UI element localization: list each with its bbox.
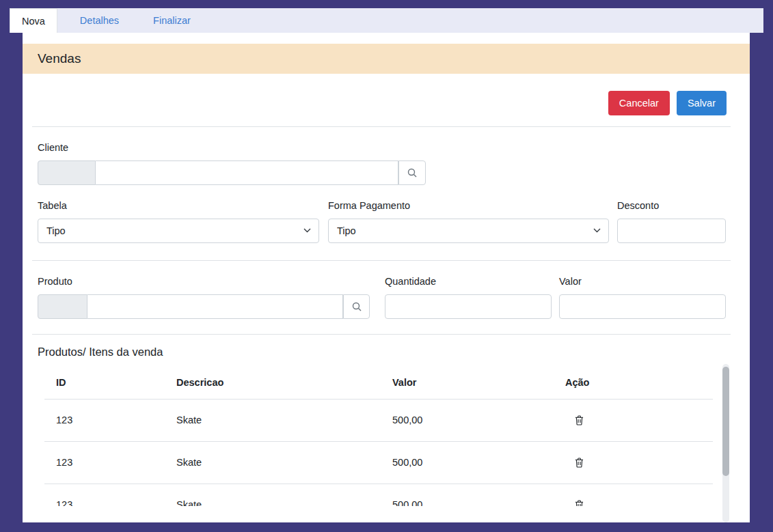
save-button[interactable]: Salvar [677,91,727,115]
header-valor: Valor [381,366,554,399]
valor-label: Valor [559,275,726,289]
item-descricao-cell: Skate [165,484,381,506]
trash-icon [575,458,584,468]
quantidade-field: Quantidade [385,275,552,319]
desconto-label: Desconto [617,199,726,213]
items-table-container: ID Descricao Valor Ação 123 Skate 500,00 [44,366,713,506]
cliente-input[interactable] [96,160,398,185]
trash-icon [575,415,584,425]
header-acao: Ação [554,366,713,399]
produto-field: Produto [38,275,370,319]
item-descricao-cell: Skate [165,399,381,441]
item-valor-cell: 500,00 [381,484,554,506]
scrollbar-thumb[interactable] [722,367,729,476]
cancel-button[interactable]: Cancelar [608,91,670,115]
tab-nova[interactable]: Nova [10,8,57,33]
divider [32,334,731,335]
items-table: ID Descricao Valor Ação 123 Skate 500,00 [44,366,713,506]
cliente-label: Cliente [38,141,750,155]
search-icon [407,167,418,178]
forma-pagamento-select[interactable]: Tipo [328,219,609,243]
divider [32,126,731,127]
produto-input-group [38,294,370,319]
item-id-cell: 123 [44,441,165,484]
quantidade-label: Quantidade [385,275,552,289]
forma-pagamento-label: Forma Pagamento [328,199,609,213]
payment-row: Tabela Tipo Forma Pagamento Tipo [38,199,750,243]
tab-bar: Nova Detalhes Finalizar [10,8,763,33]
forma-pagamento-field: Forma Pagamento Tipo [328,199,609,243]
item-acao-cell [554,441,713,484]
item-id-cell: 123 [44,484,165,506]
valor-input[interactable] [559,294,726,319]
item-acao-cell [554,399,713,441]
page-header: Vendas [23,44,750,74]
cliente-field: Cliente [38,141,750,185]
items-table-body: 123 Skate 500,00 123 Skate 500,00 [44,399,713,506]
item-valor-cell: 500,00 [381,441,554,484]
cliente-search-button[interactable] [398,160,426,185]
delete-item-button[interactable] [572,412,586,428]
item-descricao-cell: Skate [165,441,381,484]
produto-label: Produto [38,275,370,289]
delete-item-button[interactable] [572,497,586,507]
desconto-field: Desconto [617,199,726,243]
action-buttons: Cancelar Salvar [23,91,750,115]
tab-detalhes[interactable]: Detalhes [68,8,131,33]
desconto-input[interactable] [617,219,726,243]
item-id-cell: 123 [44,399,165,441]
table-row: 123 Skate 500,00 [44,441,713,484]
quantidade-input[interactable] [385,294,552,319]
delete-item-button[interactable] [572,455,586,471]
valor-field: Valor [559,275,726,319]
tab-finalizar[interactable]: Finalizar [141,8,202,33]
page-title: Vendas [38,51,81,66]
produto-id-box [38,294,87,319]
table-row: 123 Skate 500,00 [44,484,713,506]
tabela-select[interactable]: Tipo [38,219,319,243]
product-row: Produto Quantidade Valor [38,275,750,319]
cliente-input-group [38,160,426,185]
table-header-row: ID Descricao Valor Ação [44,366,713,399]
trash-icon [575,500,584,507]
items-section-title: Produtos/ Itens da venda [38,344,750,360]
table-row: 123 Skate 500,00 [44,399,713,441]
cliente-id-box [38,160,96,185]
tabela-label: Tabela [38,199,319,213]
produto-search-button[interactable] [343,294,370,319]
divider [32,260,731,261]
item-valor-cell: 500,00 [381,399,554,441]
search-icon [351,301,362,312]
table-scrollbar[interactable] [722,364,729,522]
produto-input[interactable] [87,294,343,319]
header-id: ID [44,366,165,399]
tabela-field: Tabela Tipo [38,199,319,243]
item-acao-cell [554,484,713,506]
vendas-card: Vendas Cancelar Salvar Cliente Tabela Ti… [23,33,750,522]
header-descricao: Descricao [165,366,381,399]
